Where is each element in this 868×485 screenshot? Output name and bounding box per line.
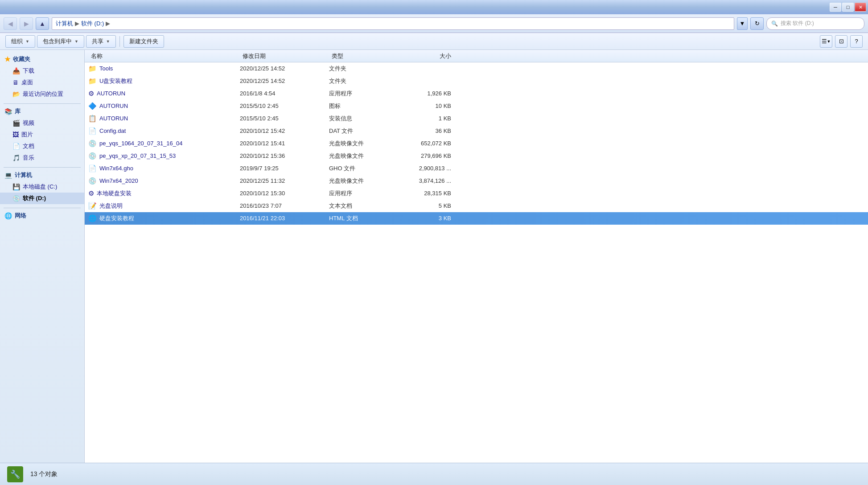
pictures-label: 图片 [21,131,33,139]
file-list[interactable]: 📁 Tools 2020/12/25 14:52 文件夹 📁 U盘安装教程 20… [85,62,868,463]
pictures-icon: 🖼 [12,131,19,138]
close-button[interactable]: ✕ [855,3,866,12]
address-dropdown[interactable]: ▼ [737,17,748,30]
sidebar-item-video[interactable]: 🎬 视频 [0,117,84,129]
network-label: 网络 [15,212,26,220]
desktop-label: 桌面 [21,78,33,86]
file-cell-name: 💿 pe_yqs_xp_20_07_31_15_53 [88,152,240,160]
sidebar-item-documents[interactable]: 📄 文档 [0,140,84,152]
refresh-button[interactable]: ↻ [750,17,764,30]
forward-button[interactable]: ▶ [20,17,33,30]
sidebar: ★ 收藏夹 📥 下载 🖥 桌面 📂 最近访问的位置 📚 库 [0,50,85,463]
sidebar-item-download[interactable]: 📥 下载 [0,65,84,77]
status-icon: 🔧 [7,466,23,482]
include-library-button[interactable]: 包含到库中 ▼ [37,35,84,48]
table-row[interactable]: 💿 pe_yqs_1064_20_07_31_16_04 2020/10/12 … [85,137,868,150]
path-drive[interactable]: 软件 (D:) [81,20,104,28]
file-cell-date: 2020/12/25 14:52 [240,65,329,72]
file-name: 硬盘安装教程 [99,214,134,222]
file-cell-type: 光盘映像文件 [329,152,400,160]
main-area: ★ 收藏夹 📥 下载 🖥 桌面 📂 最近访问的位置 📚 库 [0,50,868,463]
file-cell-date: 2020/12/25 11:32 [240,177,329,184]
file-cell-name: 📝 光盘说明 [88,202,240,210]
file-cell-type: DAT 文件 [329,127,400,135]
col-header-date[interactable]: 修改日期 [240,52,329,60]
library-icon: 📚 [4,108,12,115]
sidebar-item-pictures[interactable]: 🖼 图片 [0,129,84,140]
preview-pane-button[interactable]: ⊡ [835,35,847,48]
table-row[interactable]: 🌐 硬盘安装教程 2016/11/21 22:03 HTML 文档 3 KB [85,212,868,225]
up-button[interactable]: ▲ [36,17,49,30]
view-toggle-button[interactable]: ☰ ▼ [820,35,832,48]
table-row[interactable]: 📄 Win7x64.gho 2019/9/7 19:25 GHO 文件 2,90… [85,162,868,175]
sidebar-item-music[interactable]: 🎵 音乐 [0,152,84,164]
preview-icon: ⊡ [839,38,844,45]
help-button[interactable]: ? [850,35,863,48]
file-cell-type: 应用程序 [329,90,400,98]
table-row[interactable]: ⚙ AUTORUN 2016/1/8 4:54 应用程序 1,926 KB [85,87,868,100]
library-header[interactable]: 📚 库 [0,106,84,117]
file-cell-name: ⚙ 本地硬盘安装 [88,189,240,197]
drive-c-icon: 💾 [12,183,20,190]
table-row[interactable]: ⚙ 本地硬盘安装 2020/10/12 15:30 应用程序 28,315 KB [85,187,868,200]
table-row[interactable]: 📁 Tools 2020/12/25 14:52 文件夹 [85,62,868,75]
file-area: 名称 修改日期 类型 大小 📁 Tools 2020/12/25 14:52 文… [85,50,868,463]
share-button[interactable]: 共享 ▼ [86,35,116,48]
music-icon: 🎵 [12,154,20,161]
table-row[interactable]: 📄 Config.dat 2020/10/12 15:42 DAT 文件 36 … [85,125,868,137]
organize-button[interactable]: 组织 ▼ [5,35,35,48]
table-row[interactable]: 📋 AUTORUN 2015/5/10 2:45 安装信息 1 KB [85,112,868,125]
recent-label: 最近访问的位置 [23,90,63,98]
toolbar-separator [119,36,120,47]
file-cell-size: 3,874,126 ... [400,177,458,184]
file-cell-date: 2016/1/8 4:54 [240,90,329,97]
file-name: AUTORUN [97,90,125,97]
include-library-label: 包含到库中 [43,37,72,45]
computer-section: 💻 计算机 💾 本地磁盘 (C:) 💿 软件 (D:) [0,169,84,204]
file-cell-size: 2,900,813 ... [400,165,458,172]
table-row[interactable]: 🔷 AUTORUN 2015/5/10 2:45 图标 10 KB [85,100,868,112]
search-icon: 🔍 [771,21,778,27]
help-icon: ? [855,38,858,45]
music-label: 音乐 [23,154,34,162]
file-icon: 💿 [88,177,97,185]
file-cell-date: 2019/9/7 19:25 [240,165,329,172]
minimize-button[interactable]: ─ [830,3,841,12]
col-header-name[interactable]: 名称 [88,52,240,60]
path-computer[interactable]: 计算机 [56,20,73,28]
table-row[interactable]: 💿 Win7x64_2020 2020/12/25 11:32 光盘映像文件 3… [85,175,868,187]
network-header[interactable]: 🌐 网络 [0,210,84,222]
maximize-button[interactable]: □ [842,3,854,12]
favorites-icon: ★ [4,55,10,63]
file-cell-type: 安装信息 [329,115,400,123]
file-cell-date: 2020/10/12 15:30 [240,190,329,197]
sidebar-item-drive-c[interactable]: 💾 本地磁盘 (C:) [0,181,84,193]
search-box[interactable]: 🔍 搜索 软件 (D:) [766,17,864,30]
address-path[interactable]: 计算机 ▶ 软件 (D:) ▶ [52,17,734,30]
file-icon: 🔷 [88,102,97,110]
search-placeholder: 搜索 软件 (D:) [781,20,814,27]
file-cell-size: 3 KB [400,215,458,222]
back-button[interactable]: ◀ [4,17,17,30]
file-cell-type: HTML 文档 [329,214,400,222]
col-header-size[interactable]: 大小 [400,52,458,60]
file-cell-size: 1,926 KB [400,90,458,97]
drive-d-label: 软件 (D:) [23,194,46,202]
library-label: 库 [15,107,21,115]
file-icon: 📄 [88,164,97,173]
computer-header[interactable]: 💻 计算机 [0,169,84,181]
col-header-type[interactable]: 类型 [329,52,400,60]
library-section: 📚 库 🎬 视频 🖼 图片 📄 文档 🎵 音乐 [0,106,84,164]
table-row[interactable]: 💿 pe_yqs_xp_20_07_31_15_53 2020/10/12 15… [85,150,868,162]
file-cell-type: 应用程序 [329,189,400,197]
new-folder-button[interactable]: 新建文件夹 [123,35,164,48]
table-row[interactable]: 📁 U盘安装教程 2020/12/25 14:52 文件夹 [85,75,868,87]
favorites-header[interactable]: ★ 收藏夹 [0,53,84,65]
sidebar-item-recent[interactable]: 📂 最近访问的位置 [0,88,84,100]
file-icon: 💿 [88,152,97,160]
sidebar-item-desktop[interactable]: 🖥 桌面 [0,77,84,88]
video-label: 视频 [23,119,34,127]
sidebar-item-drive-d[interactable]: 💿 软件 (D:) [0,193,84,204]
file-icon: ⚙ [88,90,94,98]
table-row[interactable]: 📝 光盘说明 2016/10/23 7:07 文本文档 5 KB [85,200,868,212]
